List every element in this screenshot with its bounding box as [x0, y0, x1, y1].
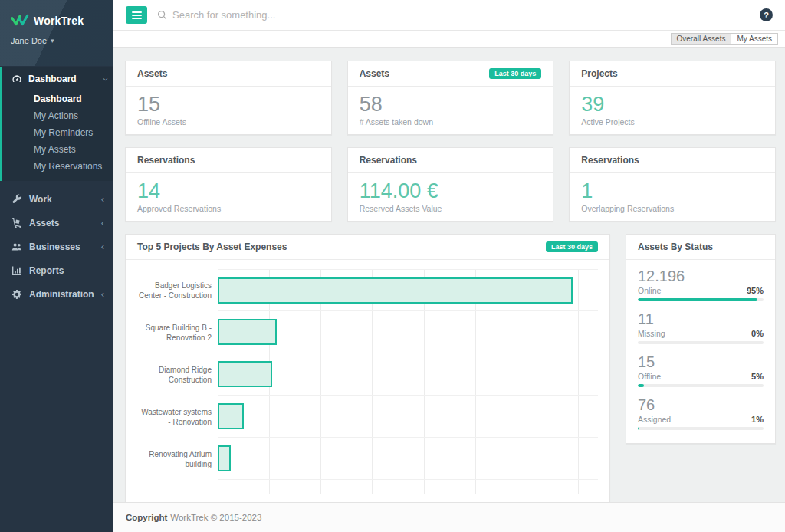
- card-title: Reservations: [137, 155, 195, 166]
- stat-card-offline-assets: Assets 15 Offline Assets: [125, 61, 332, 135]
- chart-x-tick-label: 300.000,00 €: [350, 501, 394, 502]
- sidebar-item-my-actions[interactable]: My Actions: [2, 107, 113, 124]
- brand-name: WorkTrek: [34, 15, 84, 27]
- sidebar-item-label: Reports: [29, 265, 104, 276]
- stat-label: Reserved Assets Value: [360, 204, 542, 213]
- stat-label: Active Projects: [581, 117, 764, 126]
- overall-assets-button[interactable]: Overall Assets: [671, 33, 732, 45]
- sidebar-item-label: Administration: [29, 289, 101, 300]
- stat-label: Approved Reservations: [137, 204, 320, 213]
- stat-value: 15: [137, 93, 320, 117]
- chart-category-label: Diamond Ridge Construction: [137, 365, 212, 385]
- last-30-days-badge: Last 30 days: [546, 241, 598, 252]
- chart-x-tick-label: 400.000,00 €: [401, 501, 445, 502]
- stat-card-active-projects: Projects 39 Active Projects: [569, 61, 776, 135]
- chart-x-tick-label: 100.000,00 €: [247, 501, 291, 502]
- search-icon: [157, 10, 167, 20]
- chart-x-tick-label: 600.000,00 €: [504, 501, 549, 502]
- card-title: Assets: [360, 68, 389, 79]
- chart-category-label: Renovating Atrium building: [137, 449, 212, 469]
- search-box: [157, 9, 750, 21]
- my-assets-button[interactable]: My Assets: [731, 33, 778, 45]
- chart-category-label: Wastewater systems - Renovation: [137, 407, 212, 427]
- status-percent: 5%: [751, 372, 764, 381]
- status-label: Missing: [638, 329, 751, 338]
- bar-chart: Badger Logistics Center - ConstructionSq…: [137, 269, 598, 502]
- card-title: Assets By Status: [638, 241, 713, 252]
- chart-bar: [218, 277, 573, 304]
- status-label: Assigned: [638, 415, 751, 424]
- sidebar-item-label: Assets: [29, 218, 101, 228]
- user-name: Jane Doe: [11, 36, 47, 45]
- sidebar-item-assets[interactable]: Assets ‹: [0, 211, 113, 235]
- chevron-left-icon: ‹: [101, 241, 104, 251]
- app-window: WorkTrek Jane Doe ▾ Dashboard ‹ Dashboar…: [0, 0, 785, 532]
- sidebar-item-reports[interactable]: Reports: [0, 258, 113, 282]
- stat-label: Offline Assets: [137, 117, 320, 126]
- status-item-missing: 11 Missing 0%: [638, 310, 764, 344]
- stat-value: 58: [360, 93, 542, 117]
- sidebar-item-my-assets[interactable]: My Assets: [2, 141, 113, 158]
- chevron-left-icon: ‹: [101, 218, 104, 228]
- chart-category-label: Badger Logistics Center - Construction: [137, 281, 212, 300]
- chart-bar: [218, 403, 244, 429]
- card-title: Reservations: [360, 155, 417, 166]
- topbar: ?: [113, 0, 785, 31]
- footer-copyright-label: Copyright: [126, 513, 167, 522]
- chart-bar: [218, 445, 231, 471]
- chart-title: Top 5 Projects By Asset Expenses: [137, 241, 287, 252]
- sidebar-item-businesses[interactable]: Businesses ‹: [0, 235, 113, 258]
- stat-label: # Assets taken down: [360, 117, 542, 126]
- menu-toggle-button[interactable]: [126, 6, 147, 24]
- stat-card-approved-reservations: Reservations 14 Approved Reservations: [125, 147, 332, 222]
- status-item-online: 12.196 Online 95%: [638, 267, 764, 301]
- status-value: 76: [638, 396, 764, 414]
- stat-value: 114.00 €: [360, 179, 542, 203]
- search-input[interactable]: [172, 9, 418, 21]
- chart-x-tick-label: 0,00 €: [207, 501, 228, 502]
- dashboard-icon: [11, 74, 22, 84]
- sidebar-item-work[interactable]: Work ‹: [0, 187, 113, 211]
- sidebar-item-label: Dashboard: [28, 74, 103, 84]
- status-value: 15: [638, 353, 764, 371]
- hand-truck-icon: [11, 218, 22, 228]
- sidebar-item-label: Work: [29, 194, 101, 205]
- status-percent: 0%: [751, 329, 764, 338]
- progress-bar: [638, 298, 764, 301]
- view-toggle-bar: Overall Assets My Assets: [113, 31, 785, 48]
- status-item-assigned: 76 Assigned 1%: [638, 396, 764, 430]
- stat-card-overlapping-reservations: Reservations 1 Overlapping Reservations: [569, 147, 776, 222]
- sidebar-header: WorkTrek Jane Doe ▾: [0, 0, 113, 66]
- stat-value: 1: [581, 179, 764, 203]
- card-title: Assets: [137, 68, 167, 79]
- stat-value: 39: [581, 93, 764, 117]
- user-menu[interactable]: Jane Doe ▾: [11, 36, 103, 45]
- sidebar-item-dashboard[interactable]: Dashboard ‹: [2, 67, 113, 90]
- sidebar-item-dashboard-sub[interactable]: Dashboard: [2, 90, 113, 107]
- sidebar-item-my-reservations[interactable]: My Reservations: [2, 158, 113, 175]
- users-icon: [11, 241, 22, 252]
- stat-value: 14: [137, 179, 320, 203]
- assets-by-status-card: Assets By Status 12.196 Online 95% 11: [626, 234, 776, 444]
- sidebar: WorkTrek Jane Doe ▾ Dashboard ‹ Dashboar…: [0, 0, 113, 532]
- stat-card-assets-taken-down: Assets Last 30 days 58 # Assets taken do…: [347, 61, 554, 135]
- sidebar-item-label: Businesses: [29, 241, 101, 252]
- top-projects-chart-card: Top 5 Projects By Asset Expenses Last 30…: [125, 234, 610, 502]
- status-value: 11: [638, 310, 764, 328]
- status-label: Offline: [638, 372, 751, 381]
- sidebar-item-my-reminders[interactable]: My Reminders: [2, 124, 113, 141]
- dashboard-nav-group: Dashboard ‹ Dashboard My Actions My Remi…: [0, 67, 113, 181]
- asset-view-toggle: Overall Assets My Assets: [671, 33, 779, 45]
- last-30-days-badge: Last 30 days: [489, 68, 541, 79]
- card-title: Reservations: [581, 155, 639, 166]
- chart-x-tick-label: 200.000,00 €: [298, 501, 343, 502]
- status-item-offline: 15 Offline 5%: [638, 353, 764, 387]
- gear-icon: [11, 289, 22, 300]
- chevron-down-icon: ‹: [99, 77, 109, 80]
- sidebar-item-administration[interactable]: Administration ‹: [0, 282, 113, 306]
- help-icon[interactable]: ?: [760, 8, 773, 21]
- dashboard-content: Assets 15 Offline Assets Assets Last 30 …: [113, 48, 785, 502]
- bar-chart-icon: [11, 265, 22, 276]
- chart-plot-area: [218, 269, 598, 494]
- status-value: 12.196: [638, 267, 764, 285]
